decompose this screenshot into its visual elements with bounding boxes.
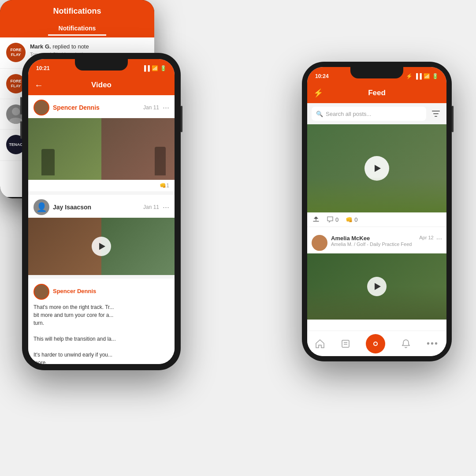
bolt-header-icon: ⚡ (313, 88, 323, 98)
comment-count: 0 (335, 216, 338, 223)
bottom-nav: ••• (307, 331, 446, 356)
signal-icon: ▐▐ (142, 65, 150, 71)
notif-header: Notifications (0, 0, 154, 22)
share-action[interactable] (312, 216, 320, 223)
feed-play-button-2[interactable] (367, 277, 387, 296)
feed-video-thumb-2[interactable] (307, 253, 446, 320)
phone-right-screen: 10:24 ⚡ ▐▐ 📶 🔋 ⚡ Feed 🔍 Search all posts… (307, 67, 446, 356)
battery-right: 🔋 (432, 73, 439, 79)
feed-post-date-2: Apr 12 (419, 235, 433, 240)
feed-search-bar: 🔍 Search all posts... (307, 103, 446, 124)
post-info-2: Jay Isaacson (53, 204, 143, 211)
search-input-feed[interactable]: 🔍 Search all posts... (312, 107, 426, 121)
author-jay: Jay Isaacson (53, 204, 143, 211)
avatar-spencer (33, 100, 49, 115)
post-header-1: Spencer Dennis Jan 11 ··· (28, 95, 175, 118)
svg-rect-4 (342, 340, 349, 347)
video-thumb-2[interactable] (28, 218, 175, 275)
author-spencer: Spencer Dennis (53, 104, 143, 111)
screen-title-right: Feed (368, 89, 386, 97)
filter-icon[interactable] (430, 108, 442, 120)
thumb-left (28, 118, 101, 180)
search-icon: 🔍 (316, 111, 323, 117)
svg-point-9 (12, 108, 20, 115)
comment-action[interactable]: 0 (327, 216, 338, 223)
feed-post-header-2: Amelia McKee Amelia M. / Golf - Daily Pr… (307, 231, 446, 253)
search-placeholder: Search all posts... (326, 111, 371, 117)
nav-notes[interactable] (341, 339, 350, 349)
svg-point-1 (39, 287, 44, 292)
bolt-icon: ⚡ (406, 73, 413, 79)
person-icon: 👤 (36, 202, 47, 212)
comment-author-info: Spencer Dennis (53, 288, 169, 296)
feed-hero-video[interactable] (307, 124, 446, 212)
post-more-2[interactable]: ··· (163, 203, 169, 212)
notif-avatar-1: FOREFLAY (6, 43, 26, 62)
avatar-amelia (312, 235, 327, 251)
back-button[interactable]: ← (34, 80, 43, 90)
status-icons-left: ▐▐ 📶 🔋 (142, 65, 167, 71)
comment-header: Spencer Dennis (33, 284, 169, 303)
svg-point-0 (39, 103, 44, 108)
video-thumb-1[interactable] (28, 118, 175, 180)
battery-icon: 🔋 (160, 65, 167, 71)
wifi-icon: 📶 (152, 65, 158, 71)
react-action[interactable]: 👊 0 (346, 216, 357, 223)
nav-camera[interactable] (366, 334, 385, 353)
signal-right: ▐▐ (414, 73, 422, 79)
reaction-count-1: 1 (166, 182, 169, 189)
post-more-1[interactable]: ··· (163, 103, 169, 112)
nav-notifications[interactable] (401, 339, 411, 349)
feed-post-actions: 0 👊 0 (307, 212, 446, 227)
screen-title-left: Video (91, 81, 112, 89)
status-icons-right: ⚡ ▐▐ 📶 🔋 (406, 73, 439, 79)
feed-author-info-2: Amelia McKee Amelia M. / Golf - Daily Pr… (331, 235, 419, 247)
post-card-1: Spencer Dennis Jan 11 ··· 👊 (28, 95, 175, 191)
post-info-1: Spencer Dennis (53, 104, 143, 111)
nav-home[interactable] (315, 339, 325, 349)
post-date-2: Jan 11 (143, 204, 159, 210)
play-button-2[interactable] (92, 237, 111, 256)
comment-section: Spencer Dennis That's more on the right … (28, 279, 175, 364)
feed-post-2: Amelia McKee Amelia M. / Golf - Daily Pr… (307, 231, 446, 320)
svg-point-8 (374, 342, 377, 345)
post-header-2: 👤 Jay Isaacson Jan 11 ··· (28, 195, 175, 218)
post-footer-1: 👊 1 (28, 180, 175, 191)
post-date-1: Jan 11 (143, 104, 159, 111)
phone-left-screen: 10:21 ▐▐ 📶 🔋 ← Video (28, 59, 175, 364)
comment-body: That's more on the right track. Tr...bit… (33, 303, 169, 364)
phone-left: 10:21 ▐▐ 📶 🔋 ← Video (22, 53, 181, 370)
avatar-jay: 👤 (33, 199, 49, 215)
video-feed: Spencer Dennis Jan 11 ··· 👊 (28, 95, 175, 364)
thumb-right (101, 118, 175, 180)
notif-header-title: Notifications (53, 7, 101, 16)
notif-tab-notifications[interactable]: Notifications (48, 22, 107, 36)
status-time-left: 10:21 (36, 65, 50, 71)
reaction-icon-1: 👊 (160, 182, 166, 189)
react-icon-feed: 👊 (346, 216, 353, 223)
feed-author-name-2: Amelia McKee (331, 235, 419, 242)
wifi-right: 📶 (424, 73, 430, 79)
feed-post-more-2[interactable]: ··· (436, 235, 442, 243)
notif-text-1: Mark G. replied to note (30, 43, 148, 51)
app-header-right: ⚡ Feed (307, 83, 446, 103)
app-header-left: ← Video (28, 75, 175, 95)
notif-sender-1: Mark G. (30, 43, 51, 50)
post-card-2: 👤 Jay Isaacson Jan 11 ··· (28, 195, 175, 275)
comment-author-name: Spencer Dennis (53, 288, 169, 294)
notif-tab-bar: Notifications (0, 22, 154, 37)
svg-point-3 (316, 238, 323, 244)
react-count: 0 (354, 216, 357, 223)
feed-author-sub-2: Amelia M. / Golf - Daily Practice Feed (331, 242, 419, 247)
status-time-right: 10:24 (315, 73, 329, 79)
avatar-spencer-comment (33, 284, 49, 300)
phone-right: 10:24 ⚡ ▐▐ 📶 🔋 ⚡ Feed 🔍 Search all posts… (302, 62, 452, 361)
nav-more[interactable]: ••• (427, 338, 439, 349)
